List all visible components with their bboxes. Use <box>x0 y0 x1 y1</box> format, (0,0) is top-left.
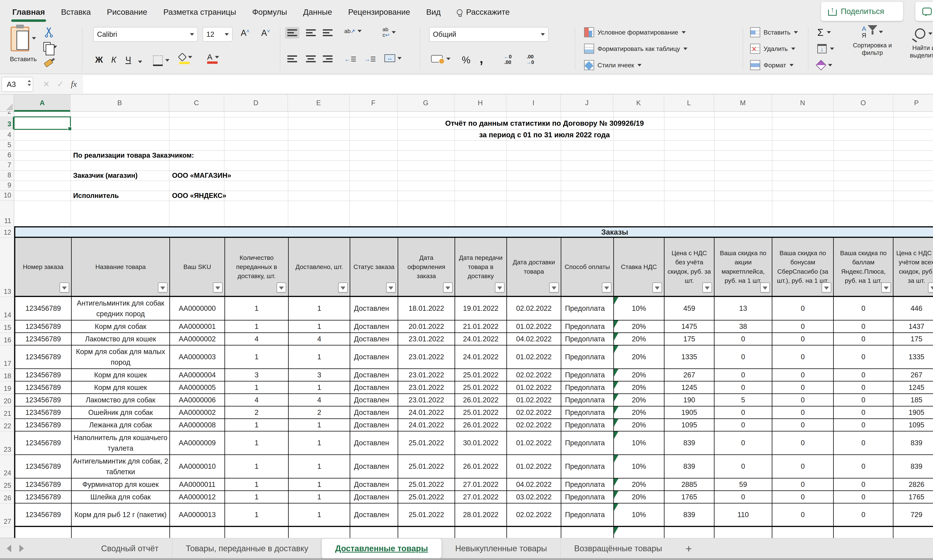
align-right-button[interactable] <box>323 55 333 63</box>
filter-button[interactable] <box>213 282 223 293</box>
table-cell[interactable]: 0 <box>714 382 772 394</box>
format-as-table-button[interactable]: Форматировать как таблицу <box>584 42 687 56</box>
table-cell[interactable]: 0 <box>834 455 893 478</box>
row-header-2[interactable]: 2 <box>0 112 14 117</box>
table-cell[interactable]: 1 <box>289 478 350 491</box>
active-cell-selection[interactable] <box>14 116 71 130</box>
cut-button[interactable] <box>44 27 54 37</box>
row-header-24[interactable]: 24 <box>0 455 14 478</box>
table-cell[interactable]: 0 <box>834 297 893 320</box>
table-cell[interactable]: 23.01.2022 <box>398 369 455 381</box>
table-cell[interactable] <box>398 527 455 538</box>
row-header-9[interactable]: 9 <box>0 181 14 191</box>
table-cell[interactable]: 04.02.2022 <box>507 478 561 491</box>
table-cell[interactable]: 2 <box>289 406 350 418</box>
header-cell[interactable]: Способ оплаты <box>561 238 614 296</box>
column-header-B[interactable]: B <box>71 95 169 111</box>
table-cell[interactable]: 28.01.2022 <box>455 503 507 526</box>
row-header-partial[interactable] <box>0 527 14 538</box>
table-cell[interactable]: 0 <box>772 382 834 394</box>
header-cell[interactable]: Цена с НДС с учётом всех скидок, руб. за… <box>893 238 933 296</box>
column-header-O[interactable]: O <box>833 95 893 111</box>
filter-button[interactable] <box>386 282 396 293</box>
table-cell[interactable]: AA0000002 <box>170 406 225 418</box>
table-cell[interactable]: 0 <box>714 333 772 345</box>
autosum-button[interactable]: Σ <box>817 25 831 39</box>
number-format-select[interactable]: Общий <box>429 27 549 42</box>
table-cell[interactable]: 24.01.2022 <box>398 406 455 418</box>
table-cell[interactable]: 25.01.2022 <box>398 455 455 478</box>
table-cell[interactable]: 26.01.2022 <box>455 394 507 406</box>
table-cell[interactable]: 1 <box>225 503 289 526</box>
table-cell[interactable]: Наполнитель для кошачьего туалета <box>72 431 170 454</box>
find-select-button[interactable]: Найти и выделить <box>901 25 933 59</box>
table-cell[interactable]: 839 <box>665 455 714 478</box>
table-cell[interactable]: 01.02.2022 <box>507 320 561 332</box>
row-header-11[interactable]: 11 <box>0 201 14 226</box>
table-cell[interactable]: Предоплата <box>561 419 614 431</box>
decrease-decimal-button[interactable]: ←0.00 <box>504 54 512 65</box>
table-cell[interactable]: Доставлен <box>350 394 398 406</box>
column-header-G[interactable]: G <box>397 95 454 111</box>
table-cell[interactable]: 0 <box>772 419 834 431</box>
table-cell[interactable]: Доставлен <box>350 333 398 345</box>
table-cell[interactable]: 13 <box>714 297 772 320</box>
table-cell[interactable]: 839 <box>665 431 714 454</box>
table-cell[interactable]: 1 <box>225 346 289 368</box>
table-cell[interactable]: 123456789 <box>15 431 72 454</box>
table-cell[interactable]: 1765 <box>665 491 714 503</box>
column-header-F[interactable]: F <box>349 95 397 111</box>
table-cell[interactable]: 20.01.2022 <box>398 320 455 332</box>
header-cell[interactable]: Цена с НДС без учёта скидок, руб. за шт. <box>665 238 714 296</box>
filter-button[interactable] <box>881 282 891 293</box>
table-cell[interactable]: 839 <box>893 455 933 478</box>
row-header-14[interactable]: 14 <box>0 297 14 320</box>
ribbon-tab-Формулы[interactable]: Формулы <box>252 0 287 24</box>
clear-button[interactable] <box>817 58 832 72</box>
table-cell[interactable]: Лакомство для собак <box>72 394 170 406</box>
column-header-J[interactable]: J <box>561 95 613 111</box>
sheet-tab-Возвращённые товары[interactable]: Возвращённые товары <box>560 538 676 558</box>
table-cell[interactable]: Предоплата <box>561 333 614 345</box>
table-cell[interactable]: 123456789 <box>15 394 72 406</box>
row-header-4[interactable]: 4 <box>0 129 14 140</box>
table-cell[interactable]: 25.01.2022 <box>398 491 455 503</box>
table-cell[interactable]: Доставлен <box>350 478 398 491</box>
ribbon-tab-Вставка[interactable]: Вставка <box>61 0 91 24</box>
header-cell[interactable]: Количество переданных в доставку, шт. <box>225 238 289 296</box>
row-header-13[interactable]: 13 <box>0 238 14 297</box>
table-cell[interactable]: 839 <box>665 503 714 526</box>
table-cell[interactable] <box>893 527 933 538</box>
row-header-17[interactable]: 17 <box>0 346 14 369</box>
name-box-stepper[interactable] <box>28 80 31 86</box>
row-header-6[interactable]: 6 <box>0 150 14 160</box>
row-header-21[interactable]: 21 <box>0 406 14 419</box>
previous-sheet-icon[interactable] <box>7 545 11 552</box>
sheet-tab-Невыкупленные товары[interactable]: Невыкупленные товары <box>442 538 560 558</box>
table-cell[interactable]: 20% <box>614 346 665 368</box>
table-cell[interactable]: 1905 <box>893 406 933 418</box>
table-cell[interactable]: 27.01.2022 <box>455 478 507 491</box>
table-cell[interactable]: 123456789 <box>15 333 72 345</box>
sheet-tab-Доставленные товары[interactable]: Доставленные товары <box>322 539 442 558</box>
table-cell[interactable]: 123456789 <box>15 406 72 418</box>
table-cell[interactable]: 23.01.2022 <box>398 333 455 345</box>
table-cell[interactable]: 1245 <box>665 382 714 394</box>
table-cell[interactable]: 1437 <box>893 320 933 332</box>
table-cell[interactable]: AA0000013 <box>170 503 225 526</box>
currency-format-button[interactable] <box>431 55 450 63</box>
column-header-P[interactable]: P <box>893 95 933 111</box>
table-cell[interactable] <box>225 527 289 538</box>
increase-font-button[interactable]: A˄ <box>241 29 249 37</box>
table-cell[interactable]: 123456789 <box>15 297 72 320</box>
table-cell[interactable]: AA0000009 <box>170 431 225 454</box>
filter-button[interactable] <box>602 282 611 293</box>
header-cell[interactable]: Номер заказа <box>15 238 72 296</box>
row-header-10[interactable]: 10 <box>0 191 14 201</box>
increase-decimal-button[interactable]: .00→0 <box>526 54 534 65</box>
table-cell[interactable]: 185 <box>893 394 933 406</box>
delete-cells-button[interactable]: Удалить <box>750 42 795 56</box>
row-header-15[interactable]: 15 <box>0 320 14 333</box>
table-cell[interactable]: 26.01.2022 <box>455 419 507 431</box>
row-header-19[interactable]: 19 <box>0 382 14 394</box>
